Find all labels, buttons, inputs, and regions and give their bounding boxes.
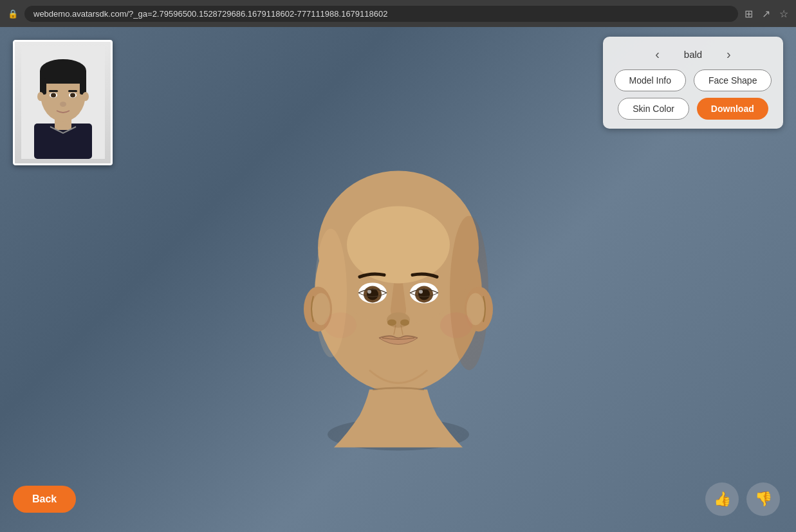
main-area: ‹ bald › Model Info Face Shape Skin Colo… (0, 27, 796, 532)
hairstyle-label: bald (674, 49, 712, 60)
svg-rect-12 (49, 90, 58, 92)
svg-point-39 (400, 319, 409, 326)
svg-point-10 (51, 93, 56, 98)
svg-point-11 (70, 93, 75, 98)
controls-buttons-row-2: Skin Color Download (613, 98, 773, 120)
translate-icon[interactable]: ⊞ (745, 8, 753, 20)
svg-point-20 (347, 206, 450, 283)
hairstyle-next-button[interactable]: › (723, 46, 735, 63)
svg-point-28 (324, 312, 356, 338)
controls-panel: ‹ bald › Model Info Face Shape Skin Colo… (603, 37, 783, 129)
url-bar[interactable]: webdemo.avatarsdk.com/?_ga=2.79596500.15… (24, 6, 738, 22)
photo-face-svg (21, 46, 105, 159)
svg-rect-13 (68, 90, 77, 92)
svg-point-15 (37, 92, 44, 101)
share-icon[interactable]: ↗ (762, 8, 770, 20)
avatar-3d-svg (270, 119, 527, 454)
controls-buttons-row-1: Model Info Face Shape (613, 69, 773, 91)
svg-point-36 (419, 289, 423, 293)
download-button[interactable]: Download (697, 98, 768, 120)
thumbs-down-button[interactable]: 👎 (746, 482, 780, 516)
photo-thumbnail (13, 40, 113, 165)
hairstyle-nav: ‹ bald › (613, 46, 773, 63)
feedback-buttons: 👍 👎 (705, 482, 780, 516)
thumbs-up-icon: 👍 (714, 491, 731, 508)
svg-point-16 (82, 92, 89, 101)
photo-inner (15, 42, 111, 163)
thumbs-up-button[interactable]: 👍 (705, 482, 739, 516)
svg-point-32 (367, 289, 371, 293)
avatar-3d-container (270, 119, 527, 454)
lock-icon: 🔒 (8, 9, 18, 19)
svg-point-27 (440, 312, 472, 338)
bookmark-icon[interactable]: ☆ (779, 8, 788, 20)
svg-rect-5 (40, 71, 86, 84)
back-button[interactable]: Back (13, 486, 76, 513)
url-text: webdemo.avatarsdk.com/?_ga=2.79596500.15… (33, 9, 387, 19)
browser-bar: 🔒 webdemo.avatarsdk.com/?_ga=2.79596500.… (0, 0, 796, 27)
model-info-button[interactable]: Model Info (615, 69, 686, 91)
svg-point-14 (60, 102, 66, 107)
face-shape-button[interactable]: Face Shape (694, 69, 772, 91)
skin-color-button[interactable]: Skin Color (618, 98, 689, 120)
svg-point-38 (387, 319, 396, 326)
browser-icons: ⊞ ↗ ☆ (745, 8, 788, 20)
hairstyle-prev-button[interactable]: ‹ (651, 46, 663, 63)
thumbs-down-icon: 👎 (755, 491, 772, 508)
